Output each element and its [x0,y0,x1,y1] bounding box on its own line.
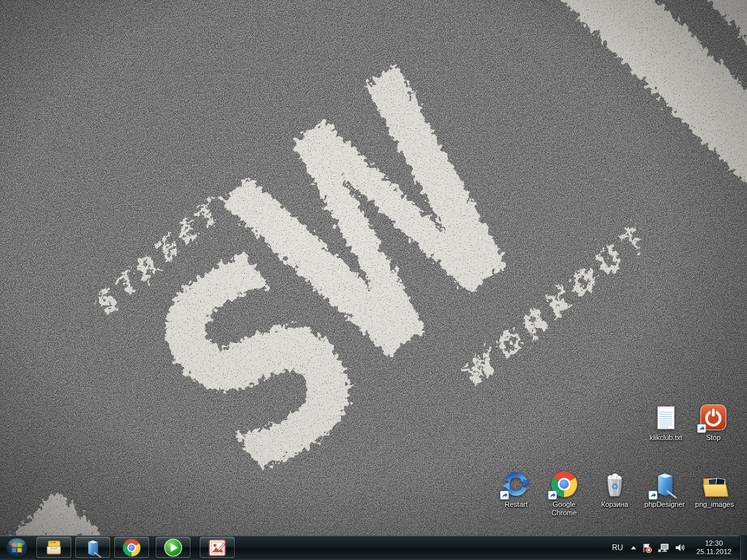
desktop-icon-label: Корзина [601,500,628,509]
shortcut-arrow-icon [697,424,706,433]
shortcut-arrow-icon [648,491,658,500]
desktop-icon-restart[interactable]: Restart [492,470,541,509]
chrome-icon [550,470,578,498]
volume-icon[interactable] [674,542,685,553]
desktop-icon-label: phpDesigner [645,500,685,509]
shortcut-arrow-icon [548,491,557,500]
desktop-icon-recycle-bin[interactable]: ♻ Корзина [590,470,639,509]
desktop-icon-label: png_images [695,500,734,509]
phpdesigner-box-icon [650,470,679,498]
system-tray: RU [610,535,737,560]
taskbar-button-media-player[interactable] [156,537,191,558]
chevron-up-icon [630,545,637,550]
desktop-icon-klikclub-txt[interactable]: klikclub.txt [641,403,691,442]
clock-date: 25.11.2012 [691,548,737,556]
phpdesigner-box-icon [83,538,102,557]
open-folder-images-icon [700,470,729,498]
recycle-bin-full-icon: ♻ [600,470,629,498]
restart-arrows-icon [502,470,530,498]
clock[interactable]: 12:30 25.11.2012 [691,539,737,556]
windows-explorer-icon [44,538,64,557]
desktop-icon-label: Restart [504,500,527,509]
green-play-media-icon [163,538,183,557]
desktop: S W STREET WORKOUT klikclub.txt [0,0,747,560]
start-button[interactable] [2,536,32,559]
taskbar-button-chrome[interactable] [114,537,149,558]
desktop-icon-stop[interactable]: Stop [689,403,738,442]
taskbar-button-explorer[interactable] [36,537,71,558]
flag-error-icon [642,542,652,553]
clock-time: 12:30 [691,539,737,548]
svg-text:♻: ♻ [611,482,619,491]
power-stop-icon [699,403,728,432]
show-desktop-button[interactable] [739,535,747,560]
desktop-icon-phpdesigner[interactable]: phpDesigner [640,470,689,509]
taskbar: RU [0,535,747,560]
desktop-icon-label: Stop [706,434,721,442]
language-indicator[interactable]: RU [610,542,625,554]
desktop-icon-google-chrome[interactable]: Google Chrome [540,470,589,517]
start-orb-icon [5,536,29,559]
shortcut-arrow-icon [500,491,509,500]
taskbar-button-phpdesigner[interactable] [75,537,110,558]
show-hidden-icons-button[interactable] [630,545,637,550]
chrome-icon [122,538,141,557]
desktop-icon-label: klikclub.txt [650,434,683,442]
taskbar-button-picture-manager[interactable] [200,537,235,558]
picture-manager-icon [208,539,226,557]
network-icon[interactable] [658,542,669,553]
desktop-icon-label: Google Chrome [540,500,589,517]
text-file-icon [652,403,680,432]
desktop-icon-png-images[interactable]: png_images [690,470,739,509]
action-center-icon[interactable] [642,542,652,553]
